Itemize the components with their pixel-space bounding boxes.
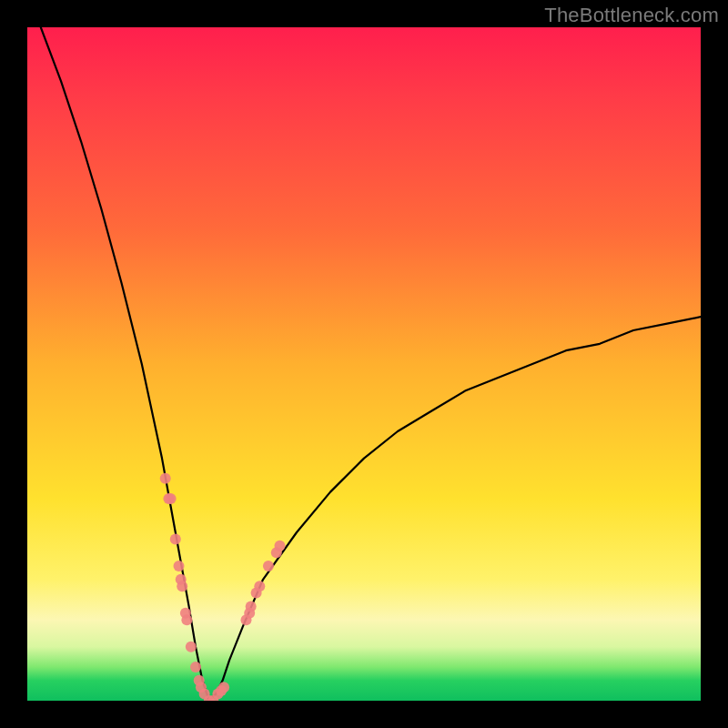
chart-svg xyxy=(27,27,701,701)
scatter-dot xyxy=(190,662,201,672)
watermark-text: TheBottleneck.com xyxy=(544,4,719,27)
scatter-dot xyxy=(275,541,286,551)
scatter-dot xyxy=(170,533,181,544)
scatter-dot xyxy=(177,581,187,592)
bottleneck-curve xyxy=(41,27,701,701)
scatter-dot xyxy=(254,581,265,592)
outer-frame: TheBottleneck.com xyxy=(0,0,728,728)
scatter-dot xyxy=(174,561,185,571)
scatter-dot xyxy=(218,682,229,693)
scatter-dot xyxy=(246,601,257,612)
scatter-dots xyxy=(160,473,286,701)
scatter-dot xyxy=(263,561,274,571)
scatter-dot xyxy=(186,642,197,652)
plot-area xyxy=(27,27,701,701)
curve-layer xyxy=(41,27,701,701)
scatter-dot xyxy=(160,473,171,484)
scatter-dot xyxy=(166,493,177,504)
scatter-dot xyxy=(181,614,192,625)
